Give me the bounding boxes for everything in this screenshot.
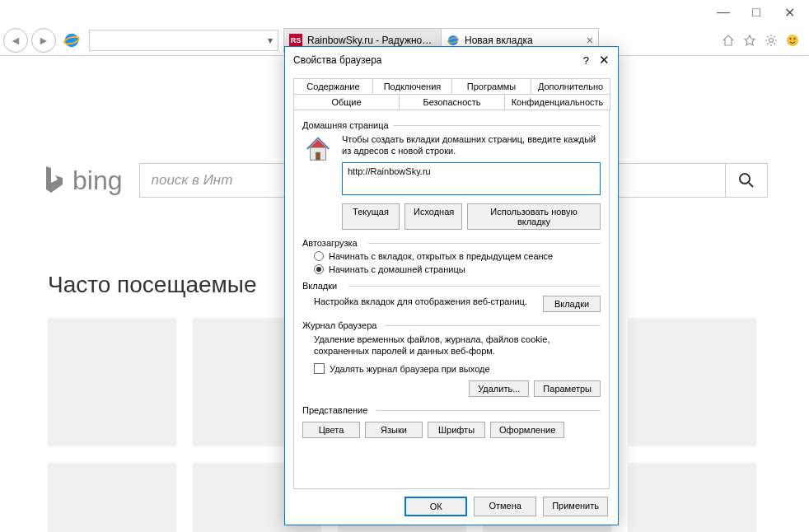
appearance-group: Представление: [302, 405, 601, 415]
ie-favicon-icon: [447, 34, 460, 47]
startup-home-radio[interactable]: Начинать с домашней страницы: [314, 264, 601, 274]
svg-point-8: [740, 174, 750, 184]
tab-connections[interactable]: Подключения: [372, 78, 452, 95]
svg-point-7: [794, 38, 796, 40]
tabs-description: Настройка вкладок для отображения веб-ст…: [314, 296, 533, 307]
delete-on-exit-checkbox[interactable]: Удалять журнал браузера при выходе: [314, 363, 601, 374]
smiley-icon[interactable]: [784, 32, 801, 49]
delete-history-button[interactable]: Удалить...: [469, 380, 529, 397]
tab-content[interactable]: Содержание: [293, 78, 373, 95]
history-settings-button[interactable]: Параметры: [534, 380, 601, 397]
settings-icon[interactable]: [763, 32, 779, 49]
frequent-tile[interactable]: [48, 463, 176, 532]
use-default-button[interactable]: Исходная: [404, 203, 462, 230]
address-dropdown-icon[interactable]: ▾: [268, 35, 273, 46]
title-bar: — □ ✕: [0, 0, 809, 25]
dialog-close-button[interactable]: ✕: [599, 53, 610, 68]
apply-button[interactable]: Применить: [543, 497, 608, 516]
bing-logo: bing: [41, 165, 123, 196]
use-current-button[interactable]: Текущая: [342, 203, 400, 230]
use-newtab-button[interactable]: Использовать новую вкладку: [467, 203, 601, 230]
tabs-settings-button[interactable]: Вкладки: [543, 296, 601, 312]
accessibility-button[interactable]: Оформление: [490, 422, 564, 438]
search-button[interactable]: [725, 163, 768, 198]
tab-label: Новая вкладка: [465, 35, 583, 46]
dialog-title: Свойства браузера: [293, 54, 382, 66]
tab-security[interactable]: Безопасность: [399, 94, 505, 110]
tab-privacy[interactable]: Конфиденциальность: [504, 94, 610, 110]
address-bar[interactable]: ▾: [89, 30, 278, 51]
favicon-icon: RS: [289, 34, 302, 47]
svg-point-2: [448, 35, 458, 45]
startup-group: Автозагрузка: [302, 238, 601, 248]
svg-point-0: [65, 33, 79, 47]
dialog-help-button[interactable]: ?: [583, 54, 589, 67]
svg-point-5: [787, 35, 798, 46]
back-button[interactable]: ◄: [3, 28, 28, 53]
maximize-button[interactable]: □: [740, 1, 773, 24]
search-icon: [738, 172, 755, 189]
home-page-input[interactable]: [342, 162, 601, 195]
tab-advanced[interactable]: Дополнительно: [531, 78, 610, 95]
favorites-icon[interactable]: [741, 32, 758, 49]
house-icon: [302, 133, 334, 165]
fonts-button[interactable]: Шрифты: [428, 422, 485, 438]
close-window-button[interactable]: ✕: [773, 1, 806, 24]
home-page-description: Чтобы создать вкладки домашних страниц, …: [342, 133, 601, 157]
svg-rect-11: [316, 152, 320, 161]
home-icon[interactable]: [720, 32, 737, 49]
history-description: Удаление временных файлов, журнала, файл…: [314, 334, 601, 357]
forward-button[interactable]: ►: [31, 28, 56, 53]
ok-button[interactable]: ОК: [404, 497, 467, 516]
dialog-title-bar: Свойства браузера ? ✕: [285, 47, 618, 73]
tab-close-icon[interactable]: ×: [587, 34, 593, 47]
minimize-button[interactable]: —: [707, 1, 740, 24]
colors-button[interactable]: Цвета: [302, 422, 360, 438]
frequent-tile[interactable]: [628, 318, 756, 446]
frequent-tile[interactable]: [628, 463, 756, 532]
svg-line-9: [749, 183, 753, 187]
cancel-button[interactable]: Отмена: [474, 497, 536, 516]
languages-button[interactable]: Языки: [365, 422, 423, 438]
tab-general[interactable]: Общие: [293, 94, 400, 110]
svg-point-4: [769, 38, 774, 42]
internet-options-dialog: Свойства браузера ? ✕ Содержание Подключ…: [284, 46, 619, 525]
tab-label: RainbowSky.ru - Радужное Не...: [307, 35, 436, 46]
frequent-tile[interactable]: [48, 318, 176, 446]
tabs-group: Вкладки: [302, 281, 601, 291]
tab-programs[interactable]: Программы: [451, 78, 531, 95]
svg-point-6: [790, 38, 792, 40]
home-page-group: Домашняя страница: [302, 120, 601, 130]
startup-last-session-radio[interactable]: Начинать с вкладок, открытых в предыдуще…: [314, 251, 601, 261]
ie-logo-icon: [63, 31, 81, 49]
history-group: Журнал браузера: [302, 320, 601, 330]
